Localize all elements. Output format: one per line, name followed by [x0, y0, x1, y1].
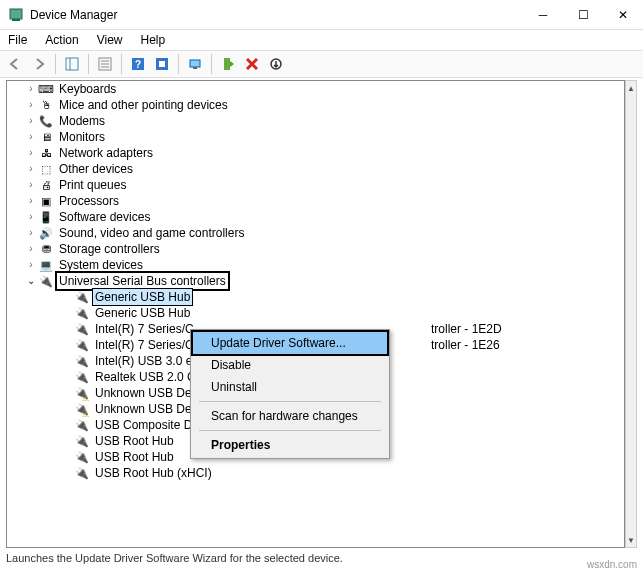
svg-rect-0 — [10, 9, 22, 19]
menu-view[interactable]: View — [95, 31, 125, 49]
tree-group-label: Storage controllers — [57, 241, 162, 257]
tree-group[interactable]: ›⛃Storage controllers — [7, 241, 624, 257]
tree-group-label: Other devices — [57, 161, 135, 177]
svg-rect-13 — [193, 67, 197, 69]
usb-device-icon: 🔌 — [74, 402, 90, 416]
show-hide-tree-button[interactable] — [61, 53, 83, 75]
menubar: File Action View Help — [0, 30, 643, 50]
tree-group[interactable]: ›🔊Sound, video and game controllers — [7, 225, 624, 241]
tree-item-label: Intel(R) 7 Series/C — [93, 321, 196, 337]
properties-button[interactable] — [94, 53, 116, 75]
tree-group[interactable]: ›🖥Monitors — [7, 129, 624, 145]
scroll-down-icon[interactable]: ▼ — [626, 533, 636, 547]
tree-group[interactable]: ›🖨Print queues — [7, 177, 624, 193]
menu-item[interactable]: Properties — [193, 434, 387, 456]
menu-item[interactable]: Disable — [193, 354, 387, 376]
tree-item-label: Intel(R) USB 3.0 eX — [93, 353, 202, 369]
tree-group-label: Sound, video and game controllers — [57, 225, 246, 241]
expand-icon[interactable]: › — [25, 257, 37, 273]
expand-icon[interactable]: › — [25, 225, 37, 241]
expand-icon[interactable]: › — [25, 241, 37, 257]
device-type-icon: 🖱 — [38, 98, 54, 112]
device-type-icon: ⌨ — [38, 82, 54, 96]
device-type-icon: ▣ — [38, 194, 54, 208]
usb-device-icon: 🔌 — [74, 370, 90, 384]
device-type-icon: 📞 — [38, 114, 54, 128]
help-button[interactable]: ? — [127, 53, 149, 75]
vertical-scrollbar[interactable]: ▲ ▼ — [625, 80, 637, 548]
expand-icon[interactable]: › — [25, 81, 37, 97]
tree-item-label: Generic USB Hub — [93, 289, 192, 305]
menu-item[interactable]: Update Driver Software... — [193, 332, 387, 354]
minimize-button[interactable]: ─ — [523, 0, 563, 30]
watermark: wsxdn.com — [587, 559, 637, 570]
expand-icon[interactable]: › — [25, 161, 37, 177]
toolbar: ? — [0, 50, 643, 78]
tree-item[interactable]: 🔌Generic USB Hub — [7, 289, 624, 305]
svg-text:?: ? — [135, 59, 141, 70]
forward-button[interactable] — [28, 53, 50, 75]
expand-icon[interactable]: › — [25, 177, 37, 193]
maximize-button[interactable]: ☐ — [563, 0, 603, 30]
back-button[interactable] — [4, 53, 26, 75]
toolbar-separator — [88, 54, 89, 74]
expand-icon[interactable]: › — [25, 145, 37, 161]
expand-icon[interactable]: › — [25, 129, 37, 145]
scroll-up-icon[interactable]: ▲ — [626, 81, 636, 95]
expand-icon[interactable]: › — [25, 193, 37, 209]
tree-group-label: Software devices — [57, 209, 152, 225]
expand-icon[interactable]: › — [25, 97, 37, 113]
usb-device-icon: 🔌 — [74, 338, 90, 352]
usb-device-icon: 🔌 — [74, 290, 90, 304]
tree-group-usb[interactable]: ⌄ 🔌 Universal Serial Bus controllers — [7, 273, 624, 289]
tree-group[interactable]: ›⬚Other devices — [7, 161, 624, 177]
usb-device-icon: 🔌 — [74, 434, 90, 448]
device-type-icon: 📱 — [38, 210, 54, 224]
close-button[interactable]: ✕ — [603, 0, 643, 30]
tree-group[interactable]: ›📞Modems — [7, 113, 624, 129]
uninstall-button[interactable] — [241, 53, 263, 75]
tree-group[interactable]: ›🖱Mice and other pointing devices — [7, 97, 624, 113]
context-menu: Update Driver Software...DisableUninstal… — [190, 329, 390, 459]
tree-item-label: USB Root Hub — [93, 449, 176, 465]
menu-item[interactable]: Scan for hardware changes — [193, 405, 387, 427]
tree-item[interactable]: 🔌USB Root Hub (xHCI) — [7, 465, 624, 481]
svg-rect-2 — [66, 58, 78, 70]
device-type-icon: 🖥 — [38, 130, 54, 144]
tree-item[interactable]: 🔌Generic USB Hub — [7, 305, 624, 321]
toolbar-separator — [55, 54, 56, 74]
menu-separator — [199, 401, 381, 402]
window-title: Device Manager — [30, 8, 523, 22]
tree-group-label: Print queues — [57, 177, 128, 193]
collapse-icon[interactable]: ⌄ — [25, 273, 37, 289]
tree-group-label: Monitors — [57, 129, 107, 145]
svg-rect-12 — [190, 60, 200, 67]
tool-button[interactable] — [151, 53, 173, 75]
device-type-icon: ⬚ — [38, 162, 54, 176]
menu-file[interactable]: File — [6, 31, 29, 49]
menu-item[interactable]: Uninstall — [193, 376, 387, 398]
tree-group[interactable]: ›⌨Keyboards — [7, 81, 624, 97]
tree-group-label: System devices — [57, 257, 145, 273]
usb-device-icon: 🔌 — [74, 306, 90, 320]
update-button[interactable] — [265, 53, 287, 75]
tree-group[interactable]: ›📱Software devices — [7, 209, 624, 225]
expand-icon[interactable]: › — [25, 209, 37, 225]
titlebar: Device Manager ─ ☐ ✕ — [0, 0, 643, 30]
enable-button[interactable] — [217, 53, 239, 75]
scan-button[interactable] — [184, 53, 206, 75]
device-type-icon: 💻 — [38, 258, 54, 272]
tree-group[interactable]: ›🖧Network adapters — [7, 145, 624, 161]
usb-device-icon: 🔌 — [74, 386, 90, 400]
tree-group-label: Keyboards — [57, 81, 118, 97]
expand-icon[interactable]: › — [25, 113, 37, 129]
menu-action[interactable]: Action — [43, 31, 80, 49]
usb-device-icon: 🔌 — [74, 466, 90, 480]
menu-help[interactable]: Help — [139, 31, 168, 49]
toolbar-separator — [211, 54, 212, 74]
device-tree[interactable]: ›⌨Keyboards›🖱Mice and other pointing dev… — [6, 80, 625, 548]
usb-device-icon: 🔌 — [74, 450, 90, 464]
tree-group[interactable]: ›💻System devices — [7, 257, 624, 273]
menu-separator — [199, 430, 381, 431]
tree-group[interactable]: ›▣Processors — [7, 193, 624, 209]
